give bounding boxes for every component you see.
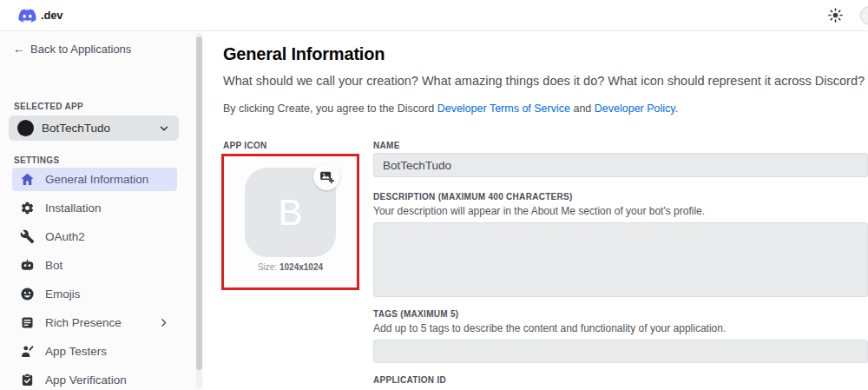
sidebar-item-label: Rich Presence bbox=[45, 316, 158, 329]
name-input[interactable] bbox=[373, 153, 868, 177]
gear-icon bbox=[19, 201, 35, 216]
back-arrow-icon: ← bbox=[13, 42, 25, 56]
description-helper: Your description will appear in the Abou… bbox=[373, 205, 868, 217]
annotation-highlight-box: B Size: 1024x1024 bbox=[221, 154, 359, 290]
sidebar-item-label: OAuth2 bbox=[45, 230, 170, 243]
sidebar-item-general-information[interactable]: General Information bbox=[12, 168, 177, 191]
emoji-smile-icon bbox=[19, 287, 35, 302]
app-icon-label: APP ICON bbox=[223, 141, 267, 150]
size-value: 1024x1024 bbox=[279, 262, 323, 272]
sun-icon bbox=[828, 8, 843, 23]
user-avatar-partial[interactable] bbox=[860, 6, 868, 25]
discord-logo-icon bbox=[16, 7, 39, 24]
selected-app-section-label: SELECTED APP bbox=[14, 102, 83, 111]
back-to-applications-link[interactable]: ← Back to Applications bbox=[13, 42, 131, 56]
sidebar-item-app-testers[interactable]: App Testers bbox=[12, 340, 177, 363]
app-avatar bbox=[17, 120, 34, 136]
sidebar-item-label: Emojis bbox=[45, 288, 170, 301]
sidebar-item-label: App Verification bbox=[45, 373, 170, 387]
selected-app-name: BotTechTudo bbox=[42, 122, 158, 135]
settings-section-label: SETTINGS bbox=[14, 155, 59, 165]
chevron-right-icon bbox=[158, 317, 170, 329]
name-label: NAME bbox=[373, 141, 400, 150]
theme-toggle-button[interactable] bbox=[825, 5, 845, 26]
main-content: General Information What should we call … bbox=[203, 31, 868, 390]
discord-dev-logo[interactable]: .dev bbox=[16, 7, 62, 24]
size-prefix: Size: bbox=[258, 262, 279, 272]
description-textarea[interactable] bbox=[373, 222, 868, 297]
clipboard-check-icon bbox=[19, 373, 35, 388]
top-header: .dev bbox=[0, 0, 868, 31]
sidebar-item-installation[interactable]: Installation bbox=[12, 196, 177, 220]
icon-size-note: Size: 1024x1024 bbox=[224, 262, 357, 272]
selected-app-dropdown[interactable]: BotTechTudo bbox=[9, 116, 179, 141]
home-icon bbox=[19, 172, 35, 188]
robot-icon bbox=[19, 258, 35, 274]
chevron-down-icon bbox=[158, 122, 170, 135]
form-column: NAME DESCRIPTION (MAXIMUM 400 CHARACTERS… bbox=[373, 31, 868, 390]
back-link-label: Back to Applications bbox=[30, 43, 131, 56]
sidebar-item-label: Installation bbox=[45, 202, 170, 215]
tags-label: TAGS (MAXIMUM 5) bbox=[373, 309, 459, 319]
sidebar-item-label: App Testers bbox=[45, 345, 170, 358]
sidebar-scrollbar-thumb[interactable] bbox=[196, 36, 202, 370]
sidebar-item-rich-presence[interactable]: Rich Presence bbox=[12, 311, 177, 334]
tags-input[interactable] bbox=[373, 340, 868, 363]
image-plus-icon bbox=[319, 169, 334, 184]
person-raised-hand-icon bbox=[19, 344, 35, 360]
sidebar-item-emojis[interactable]: Emojis bbox=[12, 282, 177, 306]
wrench-icon bbox=[19, 229, 35, 245]
application-id-label: APPLICATION ID bbox=[373, 375, 446, 385]
description-label: DESCRIPTION (MAXIMUM 400 CHARACTERS) bbox=[373, 192, 573, 202]
logo-dev-suffix: .dev bbox=[41, 9, 62, 22]
sidebar: ← Back to Applications SELECTED APP BotT… bbox=[0, 31, 203, 390]
sidebar-item-oauth2[interactable]: OAuth2 bbox=[12, 225, 177, 248]
sidebar-item-label: General Information bbox=[45, 173, 170, 186]
document-lines-icon bbox=[19, 315, 35, 331]
sidebar-item-app-verification[interactable]: App Verification bbox=[12, 368, 177, 390]
upload-image-button[interactable] bbox=[313, 163, 340, 190]
tags-helper: Add up to 5 tags to describe the content… bbox=[373, 322, 868, 334]
sidebar-item-label: Bot bbox=[45, 259, 170, 272]
sidebar-item-bot[interactable]: Bot bbox=[12, 254, 177, 277]
page-title: General Information bbox=[223, 44, 385, 64]
settings-nav: General Information Installation OAuth2 bbox=[12, 168, 177, 390]
app-icon-placeholder-letter: B bbox=[278, 192, 302, 234]
